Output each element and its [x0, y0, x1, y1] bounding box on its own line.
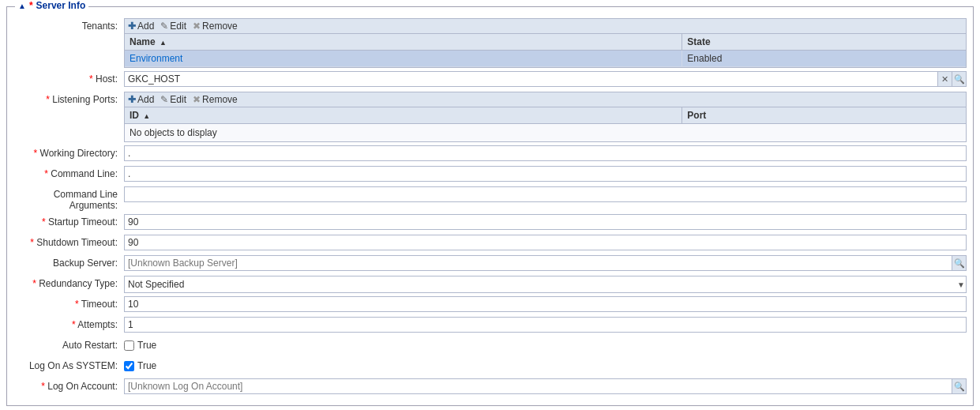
- auto-restart-row: Auto Restart: True: [13, 337, 967, 355]
- command-line-label: * Command Line:: [13, 166, 124, 179]
- log-on-system-check-label: True: [137, 360, 156, 371]
- tenants-edit-button[interactable]: ✎ Edit: [160, 21, 186, 32]
- host-input-wrapper: ✕ 🔍: [124, 71, 967, 87]
- host-search-button[interactable]: 🔍: [952, 71, 967, 87]
- ports-remove-button[interactable]: ✖ Remove: [193, 94, 238, 105]
- host-clear-button[interactable]: ✕: [938, 71, 952, 87]
- timeout-input[interactable]: [124, 296, 967, 312]
- a-label-text: Attempts:: [77, 319, 118, 330]
- tenants-state-cell: Enabled: [682, 51, 966, 66]
- st-required: *: [42, 216, 46, 228]
- working-directory-input[interactable]: [124, 145, 967, 161]
- t-field: [124, 296, 967, 312]
- command-line-args-input[interactable]: [124, 186, 967, 202]
- timeout-row: * Timeout:: [13, 296, 967, 314]
- shutdown-timeout-row: * Shutdown Timeout:: [13, 235, 967, 252]
- log-on-system-checkbox-wrapper: True: [124, 358, 967, 374]
- shutdown-timeout-label: * Shutdown Timeout:: [13, 235, 124, 248]
- server-info-panel: ▲ * Server Info Tenants: ✚ Add ✎ Edit: [6, 6, 974, 406]
- attempts-label: * Attempts:: [13, 317, 124, 330]
- tenants-label: Tenants:: [13, 18, 124, 32]
- wd-required: *: [34, 148, 38, 159]
- redundancy-type-select-wrapper: Not Specified Cold Standby Warm Standby …: [124, 276, 967, 293]
- auto-restart-checkbox-wrapper: True: [124, 337, 967, 353]
- log-on-account-input[interactable]: [124, 378, 952, 394]
- tenants-remove-button[interactable]: ✖ Remove: [193, 21, 238, 32]
- add-icon: ✚: [128, 21, 136, 32]
- tenants-toolbar: ✚ Add ✎ Edit ✖ Remove: [124, 18, 967, 34]
- listening-ports-label: * Listening Ports:: [13, 92, 124, 105]
- cla-label-text: Command Line Arguments:: [54, 189, 118, 211]
- tenants-name-header[interactable]: Name ▲: [125, 34, 682, 50]
- wd-field: [124, 145, 967, 161]
- ports-grid-header: ID ▲ Port: [125, 107, 966, 124]
- sort-arrow-icon: ▲: [160, 39, 167, 47]
- tenant-name-link[interactable]: Environment: [130, 53, 182, 64]
- working-directory-label: * Working Directory:: [13, 145, 124, 159]
- panel-title-text: Server Info: [36, 0, 86, 11]
- host-required: *: [89, 73, 93, 85]
- required-star: *: [29, 0, 33, 11]
- panel-title: ▲ * Server Info: [15, 0, 88, 11]
- ports-toolbar: ✚ Add ✎ Edit ✖ Remove: [124, 92, 967, 107]
- shutdown-timeout-input[interactable]: [124, 235, 967, 250]
- startup-timeout-row: * Startup Timeout:: [13, 214, 967, 231]
- log-on-system-field: True: [124, 358, 967, 374]
- host-label-text: Host:: [96, 73, 118, 85]
- ports-edit-button[interactable]: ✎ Edit: [160, 94, 186, 105]
- backup-server-label: Backup Server:: [13, 255, 124, 269]
- startup-timeout-input[interactable]: [124, 214, 967, 230]
- rt-field: Not Specified Cold Standby Warm Standby …: [124, 276, 967, 293]
- ports-id-header[interactable]: ID ▲: [125, 107, 682, 123]
- tenants-add-label: Add: [137, 21, 154, 32]
- host-label: * Host:: [13, 71, 124, 85]
- ports-label-text: Listening Ports:: [52, 94, 118, 105]
- loa-field: 🔍: [124, 378, 967, 394]
- ports-grid: ID ▲ Port No objects to display: [124, 107, 967, 142]
- tenants-state-header[interactable]: State: [682, 34, 966, 50]
- ports-add-button[interactable]: ✚ Add: [128, 94, 154, 105]
- collapse-arrow-icon[interactable]: ▲: [18, 2, 26, 10]
- tenants-grid-header: Name ▲ State: [125, 34, 966, 51]
- ports-edit-label: Edit: [170, 94, 186, 105]
- log-on-system-label: Log On As SYSTEM:: [13, 358, 124, 371]
- ports-field: ✚ Add ✎ Edit ✖ Remove ID: [124, 92, 967, 142]
- tenants-name-cell: Environment: [125, 51, 682, 66]
- auto-restart-checkbox[interactable]: [124, 340, 134, 351]
- t-required: *: [75, 299, 79, 310]
- st-field: [124, 214, 967, 230]
- redundancy-type-label: * Redundancy Type:: [13, 276, 124, 289]
- ports-port-header[interactable]: Port: [682, 107, 966, 123]
- host-field: ✕ 🔍: [124, 71, 967, 87]
- t-label-text: Timeout:: [81, 299, 118, 310]
- a-required: *: [72, 319, 76, 330]
- tenants-add-button[interactable]: ✚ Add: [128, 21, 154, 32]
- listening-ports-row: * Listening Ports: ✚ Add ✎ Edit ✖ Remove: [13, 92, 967, 142]
- edit-icon: ✎: [160, 94, 168, 105]
- log-on-account-label: * Log On Account:: [13, 378, 124, 392]
- cl-required: *: [44, 168, 48, 179]
- st-label-text: Startup Timeout:: [48, 216, 118, 228]
- log-on-account-search-button[interactable]: 🔍: [952, 378, 967, 394]
- attempts-input[interactable]: [124, 317, 967, 333]
- backup-server-field: 🔍: [124, 255, 967, 271]
- redundancy-type-select[interactable]: Not Specified Cold Standby Warm Standby …: [124, 276, 967, 293]
- backup-server-input-wrapper: 🔍: [124, 255, 967, 271]
- backup-server-input[interactable]: [124, 255, 952, 271]
- tenants-edit-label: Edit: [170, 21, 186, 32]
- tenants-grid-row[interactable]: Environment Enabled: [125, 51, 966, 67]
- sdt-label-text: Shutdown Timeout:: [36, 237, 118, 248]
- command-line-row: * Command Line:: [13, 166, 967, 183]
- working-directory-row: * Working Directory:: [13, 145, 967, 163]
- redundancy-type-row: * Redundancy Type: Not Specified Cold St…: [13, 276, 967, 293]
- log-on-system-checkbox[interactable]: [124, 361, 134, 371]
- log-on-as-system-row: Log On As SYSTEM: True: [13, 358, 967, 375]
- backup-server-search-button[interactable]: 🔍: [952, 255, 967, 271]
- host-input[interactable]: [124, 71, 938, 87]
- startup-timeout-label: * Startup Timeout:: [13, 214, 124, 228]
- panel-content: Tenants: ✚ Add ✎ Edit ✖ Remove: [7, 7, 973, 405]
- ports-required: *: [46, 94, 50, 105]
- log-on-account-row: * Log On Account: 🔍: [13, 378, 967, 396]
- loa-label-text: Log On Account:: [47, 381, 118, 392]
- command-line-input[interactable]: [124, 166, 967, 182]
